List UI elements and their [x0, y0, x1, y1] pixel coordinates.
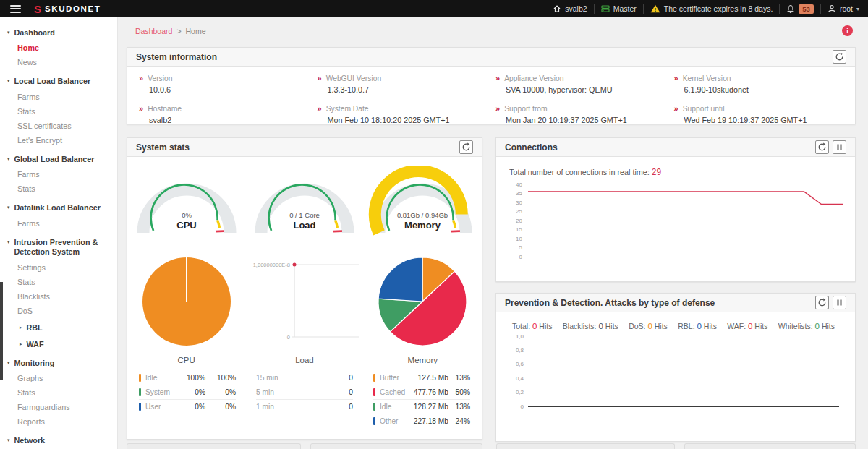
sidebar-section-network[interactable]: ▾Network: [0, 433, 117, 448]
cpu-pie: [139, 254, 234, 352]
divider: [594, 4, 595, 14]
cluster-role-indicator[interactable]: Master: [601, 4, 637, 13]
legend-row: Idle100%100%: [139, 371, 236, 385]
info-icon[interactable]: i: [842, 25, 853, 36]
sidebar-item-let-s-encrypt[interactable]: Let's Encrypt: [0, 133, 117, 147]
sidebar-section-datalink-load-balancer[interactable]: ▾Datalink Load Balancer: [0, 200, 117, 215]
sidebar-item-ssl-certificates[interactable]: SSL certificates: [0, 119, 117, 133]
pause-icon: [835, 299, 843, 307]
svg-text:0,4: 0,4: [516, 375, 524, 382]
pause-button[interactable]: [833, 296, 846, 309]
load-mini-chart: 1,00000000E-80: [247, 254, 362, 352]
sidebar-item-stats[interactable]: Stats: [0, 104, 117, 119]
refresh-button[interactable]: [815, 140, 829, 154]
user-menu[interactable]: root ▾: [827, 4, 859, 13]
svg-text:30: 30: [516, 200, 522, 206]
legend-value: 24%: [448, 417, 470, 425]
top-bar: S SKUDONET svalb2 Master ! The certifica…: [0, 0, 868, 17]
sidebar-item-stats[interactable]: Stats: [0, 385, 117, 400]
sidebar-item-dos[interactable]: DoS: [0, 304, 117, 318]
system-information-panel: System information »Version10.0.6»WebGUI…: [127, 47, 856, 124]
field-marker-icon: »: [318, 105, 322, 113]
svg-text:10: 10: [516, 236, 522, 242]
legend-value: 13%: [448, 374, 470, 382]
divider: [820, 4, 821, 14]
sidebar-item-blacklists[interactable]: Blacklists: [0, 289, 117, 304]
refresh-button[interactable]: [459, 140, 473, 154]
hostname-indicator[interactable]: svalb2: [553, 4, 587, 13]
legend-row: Cached477.76 Mb50%: [373, 385, 470, 400]
refresh-button[interactable]: [815, 296, 829, 309]
legend-color-chip: [373, 388, 375, 396]
sidebar-navigation: ▾DashboardHomeNews▾Local Load BalancerFa…: [0, 17, 118, 449]
sidebar-section-label: Network: [14, 436, 46, 445]
sidebar-item-home[interactable]: Home: [0, 40, 117, 55]
refresh-button[interactable]: [833, 50, 846, 64]
next-panel-top-edge: [684, 443, 856, 449]
legend-value: 0: [315, 374, 353, 382]
brand-name: SKUDONET: [45, 4, 101, 13]
sidebar-item-stats[interactable]: Stats: [0, 181, 117, 196]
sidebar-section-intrusion-prevention-detection-system[interactable]: ▾Intrusion Prevention & Detection System: [0, 235, 117, 260]
svg-text:40: 40: [516, 181, 522, 188]
counter-rbl: RBL: 0 Hits: [678, 322, 717, 330]
hamburger-menu-icon[interactable]: [9, 1, 22, 16]
brand-logo[interactable]: S SKUDONET: [34, 4, 101, 14]
sidebar-section-label: Local Load Balancer: [14, 77, 91, 86]
sidebar-item-farms[interactable]: Farms: [0, 216, 117, 231]
sidebar-section-label: Monitoring: [14, 359, 55, 368]
info-field-support-until: »Support untilWed Feb 19 10:19:37 2025 G…: [674, 105, 844, 124]
sidebar-item-stats[interactable]: Stats: [0, 275, 117, 289]
connections-panel: Connections Total number of connections …: [495, 137, 856, 282]
certificate-warning[interactable]: ! The certificate expires in 8 days.: [650, 4, 773, 13]
sidebar-scrollbar[interactable]: [0, 282, 3, 380]
legend-color-chip: [139, 403, 141, 411]
svg-text:Load: Load: [293, 220, 315, 231]
prevention-chart: 1,00,80,60,40,20: [496, 330, 855, 419]
sidebar-section-label: Global Load Balancer: [14, 155, 95, 164]
sidebar-item-rbl[interactable]: ▸RBL: [0, 320, 117, 335]
legend-label: Buffer: [373, 374, 407, 382]
sidebar-item-waf[interactable]: ▸WAF: [0, 337, 117, 351]
legend-load: 15 min05 min01 min0: [256, 371, 353, 428]
next-panel-top-edge: [127, 443, 301, 449]
sidebar-section-monitoring[interactable]: ▾Monitoring: [0, 356, 117, 371]
breadcrumb-section[interactable]: Dashboard: [135, 27, 172, 35]
legend-label-text: Buffer: [380, 374, 399, 382]
legend-row: 1 min0: [256, 400, 353, 414]
sidebar-section-local-load-balancer[interactable]: ▾Local Load Balancer: [0, 74, 117, 89]
connections-subtitle: Total number of connections in real time…: [496, 157, 855, 179]
counter-label: WAF:: [727, 322, 748, 330]
legend-color-chip: [139, 388, 141, 396]
sidebar-item-graphs[interactable]: Graphs: [0, 371, 117, 385]
legend-row: 15 min0: [256, 371, 353, 385]
sidebar-item-farms[interactable]: Farms: [0, 167, 117, 181]
field-value: svalb2: [149, 116, 309, 124]
connections-header: Connections: [496, 138, 855, 157]
sidebar-section-global-load-balancer[interactable]: ▾Global Load Balancer: [0, 152, 117, 167]
field-value: Mon Feb 10 18:10:20 2025 GMT+1: [328, 116, 488, 124]
sidebar-section-label: Dashboard: [14, 28, 55, 38]
legend-label-text: Other: [380, 417, 398, 425]
sidebar-item-settings[interactable]: Settings: [0, 260, 117, 275]
sidebar-item-farmguardians[interactable]: Farmguardians: [0, 400, 117, 414]
field-marker-icon: »: [674, 105, 678, 113]
pause-button[interactable]: [833, 140, 846, 154]
legend-label: 5 min: [256, 388, 315, 396]
sidebar-item-news[interactable]: News: [0, 55, 117, 69]
user-icon: [827, 4, 836, 13]
divider: [779, 4, 780, 14]
next-panel-top-edge: [496, 443, 675, 449]
legend-value: 0%: [175, 388, 205, 396]
sidebar-item-reports[interactable]: Reports: [0, 414, 117, 429]
notifications[interactable]: 53: [786, 4, 814, 14]
sidebar-item-farms[interactable]: Farms: [0, 90, 117, 104]
breadcrumb-separator: >: [176, 27, 181, 35]
connections-line-chart: 4035302520151050: [503, 179, 849, 271]
sidebar-section-dashboard[interactable]: ▾Dashboard: [0, 25, 117, 40]
main-content: Dashboard > Home i System information »V…: [118, 17, 868, 449]
top-bar-right: svalb2 Master ! The certificate expires …: [553, 4, 859, 14]
legend-value: 0%: [175, 403, 205, 411]
cpu-gauge: 0%CPU: [127, 166, 245, 239]
chevron-down-icon: ▾: [7, 30, 10, 36]
